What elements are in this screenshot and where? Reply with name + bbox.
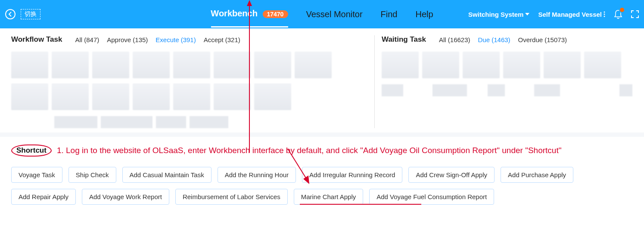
task-card[interactable] <box>503 52 540 78</box>
waiting-task-head: Waiting Task All (16623) Due (1463) Over… <box>382 35 633 44</box>
shortcut-ship-check[interactable]: Ship Check <box>68 167 116 183</box>
expand-icon <box>631 10 639 18</box>
shortcut-title: Shortcut <box>11 144 52 157</box>
topbar-right: Switching System Self Managed Vessel <box>468 9 639 19</box>
task-card[interactable] <box>432 84 467 96</box>
nav-workbench[interactable]: Workbench 17470 <box>211 1 288 28</box>
task-card[interactable] <box>133 52 170 78</box>
shortcut-voyage-task[interactable]: Voyage Task <box>11 167 62 183</box>
topbar: 切换 Workbench 17470 Vessel Monitor Find H… <box>0 0 644 28</box>
shortcut-reimbursement-labor[interactable]: Reimbursement of Labor Services <box>175 189 288 205</box>
task-card[interactable] <box>382 52 419 78</box>
svg-point-0 <box>604 12 605 13</box>
task-card[interactable] <box>382 84 403 96</box>
workflow-filter-approve[interactable]: Approve (135) <box>107 36 148 43</box>
shortcut-add-repair[interactable]: Add Repair Apply <box>11 189 76 205</box>
shortcut-add-crew-signoff[interactable]: Add Crew Sign-Off Apply <box>408 167 495 183</box>
task-card[interactable] <box>11 83 48 110</box>
main-nav: Workbench 17470 Vessel Monitor Find Help <box>211 1 433 28</box>
task-card[interactable] <box>54 116 97 128</box>
nav-help[interactable]: Help <box>415 2 433 27</box>
waiting-filter-due[interactable]: Due (1463) <box>478 36 510 43</box>
switch-button[interactable]: 切换 <box>21 9 40 19</box>
task-card[interactable] <box>422 52 459 78</box>
workflow-cards-row1 <box>11 52 362 78</box>
shortcut-add-voyage-work[interactable]: Add Voyage Work Report <box>82 189 169 205</box>
nav-workbench-label: Workbench <box>211 9 258 18</box>
switching-system-label: Switching System <box>468 11 523 18</box>
task-card[interactable] <box>156 116 186 128</box>
caret-down-icon <box>525 13 529 15</box>
waiting-task-title: Waiting Task <box>382 35 426 44</box>
nav-vessel-monitor[interactable]: Vessel Monitor <box>306 2 362 27</box>
workflow-task-title: Workflow Task <box>11 35 62 44</box>
waiting-task-panel: Waiting Task All (16623) Due (1463) Over… <box>378 35 633 128</box>
workflow-task-head: Workflow Task All (847) Approve (135) Ex… <box>11 35 362 44</box>
shortcut-add-casual-maintain[interactable]: Add Casual Maintain Task <box>122 167 212 183</box>
task-card[interactable] <box>92 83 129 110</box>
shortcut-add-irregular-running[interactable]: Add Irregular Running Record <box>302 167 402 183</box>
shortcut-head: Shortcut 1. Log in to the website of OLS… <box>11 144 633 157</box>
nav-find[interactable]: Find <box>381 2 398 27</box>
task-card[interactable] <box>584 52 621 78</box>
self-managed-label: Self Managed Vessel <box>538 11 602 18</box>
task-card[interactable] <box>173 83 210 110</box>
shortcut-buttons: Voyage Task Ship Check Add Casual Mainta… <box>11 167 633 205</box>
self-managed-vessel-dropdown[interactable]: Self Managed Vessel <box>538 11 605 18</box>
task-card[interactable] <box>463 52 500 78</box>
task-card[interactable] <box>254 52 291 78</box>
workflow-task-panel: Workflow Task All (847) Approve (135) Ex… <box>11 35 371 128</box>
task-card[interactable] <box>295 52 332 78</box>
workbench-badge: 17470 <box>262 10 288 18</box>
workflow-filter-accept[interactable]: Accept (321) <box>204 36 240 43</box>
workflow-cards-row3 <box>11 116 362 128</box>
task-card[interactable] <box>92 52 129 78</box>
waiting-filter-all[interactable]: All (16623) <box>439 36 470 43</box>
task-card[interactable] <box>619 84 632 96</box>
tasks-panel: Workflow Task All (847) Approve (135) Ex… <box>0 28 644 137</box>
workflow-filter-all[interactable]: All (847) <box>75 36 99 43</box>
task-card[interactable] <box>52 52 89 78</box>
task-card[interactable] <box>133 83 170 110</box>
svg-point-1 <box>604 14 605 15</box>
task-card[interactable] <box>190 116 228 128</box>
task-card[interactable] <box>11 52 48 78</box>
waiting-cards-row1 <box>382 52 633 78</box>
svg-point-2 <box>604 16 605 17</box>
task-card[interactable] <box>52 83 89 110</box>
shortcut-add-voyage-fuel[interactable]: Add Voyage Fuel Consumption Report <box>369 189 494 205</box>
shortcut-add-purchase[interactable]: Add Purchase Apply <box>501 167 573 183</box>
more-vert-icon <box>604 11 605 17</box>
annotation-underline <box>300 204 421 205</box>
task-card[interactable] <box>488 84 505 96</box>
shortcut-add-running-hour[interactable]: Add the Running Hour <box>218 167 296 183</box>
shortcut-section: Shortcut 1. Log in to the website of OLS… <box>0 137 644 222</box>
task-card[interactable] <box>173 52 210 78</box>
panel-divider <box>374 35 375 128</box>
task-card[interactable] <box>214 52 251 78</box>
annotation-instruction-text: 1. Log in to the website of OLSaaS, ente… <box>57 146 562 155</box>
waiting-filter-overdue[interactable]: Overdue (15073) <box>518 36 567 43</box>
arrow-left-icon <box>8 12 13 17</box>
notifications-button[interactable] <box>614 9 622 19</box>
switching-system-dropdown[interactable]: Switching System <box>468 11 529 18</box>
task-card[interactable] <box>534 84 560 96</box>
task-card[interactable] <box>544 52 581 78</box>
shortcut-marine-chart[interactable]: Marine Chart Apply <box>294 189 364 205</box>
workflow-filter-execute[interactable]: Execute (391) <box>156 36 196 43</box>
notification-dot <box>619 7 625 13</box>
task-card[interactable] <box>254 83 291 110</box>
task-card[interactable] <box>214 83 251 110</box>
workflow-cards-row2 <box>11 83 362 110</box>
task-card[interactable] <box>101 116 152 128</box>
back-button[interactable] <box>5 9 16 19</box>
fullscreen-button[interactable] <box>631 10 639 18</box>
waiting-cards-row2 <box>382 84 633 96</box>
